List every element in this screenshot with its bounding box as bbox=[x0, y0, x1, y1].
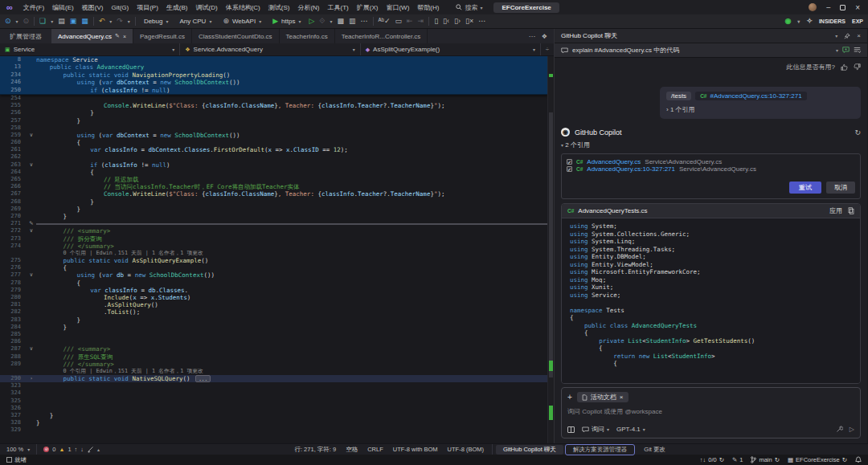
model-dropdown[interactable]: GPT-4.1▾ bbox=[616, 426, 645, 433]
document-tab[interactable]: ClassStudentCountDto.cs bbox=[192, 29, 280, 43]
send-icon[interactable]: ▷ bbox=[850, 426, 854, 433]
tools-icon[interactable] bbox=[836, 426, 843, 433]
indent-increase-icon[interactable]: ⇥ bbox=[418, 18, 424, 25]
document-tab[interactable]: TeacherInfoR...Controller.cs bbox=[335, 29, 428, 43]
code-line[interactable]: 328} bbox=[0, 419, 547, 426]
comment-icon[interactable]: ▭ bbox=[395, 18, 403, 25]
tab-options-icon[interactable]: ❖ bbox=[542, 33, 547, 40]
minimize-button[interactable]: – bbox=[826, 3, 830, 11]
copilot-dropdown-icon[interactable]: ▾ bbox=[797, 18, 800, 24]
sticky-scroll[interactable]: 8namespace Service13public class Advance… bbox=[0, 56, 547, 95]
reference-row[interactable]: ✓C#AdvancedQuery.csService\AdvancedQuery… bbox=[567, 158, 855, 165]
active-document-chip[interactable]: 活动文档 × bbox=[577, 392, 628, 402]
prompt-history-dropdown[interactable]: explain #AdvancedQuery.cs 中的代码 ▾ bbox=[555, 43, 867, 58]
editor-scrollbar[interactable] bbox=[547, 56, 554, 443]
bookmark-prev-icon[interactable]: ▯‹ bbox=[443, 18, 449, 25]
git-branch[interactable]: main↻ bbox=[751, 456, 780, 463]
reference-checkbox[interactable]: ✓ bbox=[567, 159, 572, 165]
code-line[interactable]: 257} bbox=[0, 117, 547, 124]
fold-toggle-icon[interactable]: ∨ bbox=[27, 227, 36, 235]
live-share-icon[interactable]: ✧ bbox=[806, 18, 813, 25]
code-line[interactable]: 265// 延迟加载 bbox=[0, 176, 547, 183]
code-line[interactable]: 281.AsSplitQuery() bbox=[0, 301, 547, 308]
pin-icon[interactable] bbox=[844, 33, 850, 39]
code-line[interactable]: 258 bbox=[0, 124, 547, 132]
code-line[interactable]: 266// 当访问classInfo.Teacher时，EF Core将自动加载… bbox=[0, 183, 547, 190]
code-line[interactable]: 256} bbox=[0, 109, 547, 116]
save-icon[interactable]: ▣ bbox=[70, 18, 77, 25]
bookmark-overflow-icon[interactable]: ⋯ bbox=[478, 18, 485, 25]
member-dropdown[interactable]: ◆ AsSplitQueryExample()▾ bbox=[361, 43, 541, 55]
spell-check-icon[interactable]: ᴬᵇ✓ bbox=[379, 18, 391, 25]
tab-extension-manager[interactable]: 扩展管理器 bbox=[0, 29, 51, 43]
code-line[interactable]: 259∨using (var dbContext = new SchoolDbC… bbox=[0, 132, 547, 139]
bookmark-next-icon[interactable]: ▯› bbox=[454, 18, 461, 25]
undo-icon[interactable]: ↶ bbox=[99, 18, 105, 25]
restore-button[interactable] bbox=[840, 5, 845, 10]
copilot-status-icon[interactable]: ◉ bbox=[785, 18, 792, 25]
startup-project-dropdown[interactable]: ⊛WebAPI▾ bbox=[219, 17, 264, 26]
start-debug-button[interactable]: ▶https▾ bbox=[269, 17, 304, 26]
menu-item[interactable]: 分析(N) bbox=[293, 2, 323, 13]
document-tab[interactable]: PagedResult.cs bbox=[133, 29, 192, 43]
code-line[interactable]: 287∨/// <summary> bbox=[0, 345, 547, 353]
code-line[interactable]: 250if (classInfo != null) bbox=[0, 87, 547, 94]
code-line[interactable]: 273/// 拆分查询 bbox=[0, 235, 547, 243]
prev-issue-icon[interactable]: ↑ bbox=[75, 446, 78, 453]
platform-dropdown[interactable]: Any CPU▾ bbox=[176, 17, 215, 26]
code-line[interactable]: 288/// 原生SQL查询 bbox=[0, 353, 547, 361]
code-line[interactable]: 261var classInfo = dbContext.Classes.Fir… bbox=[0, 146, 547, 153]
code-line[interactable]: 325 bbox=[0, 398, 547, 405]
undo-dropdown-icon[interactable]: ▾ bbox=[109, 18, 112, 24]
back-dropdown-icon[interactable]: ▾ bbox=[16, 18, 18, 24]
code-line[interactable]: 234public static void NavigationProperty… bbox=[0, 71, 547, 79]
code-line[interactable]: 272∨/// <summary> bbox=[0, 227, 547, 235]
codelens-row[interactable]: 0 个引用 | Edwin，151 天前 | 1 名作者，1 项更改 bbox=[0, 368, 547, 375]
open-file-icon[interactable]: ▤ bbox=[58, 18, 65, 25]
menu-item[interactable]: Git(G) bbox=[107, 2, 133, 13]
menu-item[interactable]: 视图(V) bbox=[78, 2, 108, 13]
menu-item[interactable]: 扩展(X) bbox=[353, 2, 383, 13]
code-line[interactable]: 255Console.WriteLine($"Class: {classInfo… bbox=[0, 102, 547, 109]
project-dropdown[interactable]: ▣ Service▾ bbox=[0, 43, 180, 55]
tab-pin-icon[interactable]: ✎ bbox=[115, 33, 120, 39]
reference-checkbox[interactable]: ✓ bbox=[567, 166, 572, 172]
encoding-alt[interactable]: UTF-8 (BOM) bbox=[448, 446, 484, 454]
copy-icon[interactable] bbox=[848, 207, 854, 214]
close-panel-icon[interactable]: × bbox=[857, 32, 861, 39]
menu-item[interactable]: 测试(S) bbox=[264, 2, 294, 13]
redo-dropdown-icon[interactable]: ▾ bbox=[128, 18, 130, 24]
user-references-toggle[interactable]: › 1 个引用 bbox=[666, 105, 854, 114]
menu-item[interactable]: 体系结构(C) bbox=[222, 2, 264, 13]
reference-link[interactable]: AdvancedQuery.cs:10-327:271 bbox=[587, 165, 675, 173]
configuration-dropdown[interactable]: Debug▾ bbox=[141, 17, 172, 26]
code-line[interactable]: 262 bbox=[0, 153, 547, 161]
thumbs-up-icon[interactable] bbox=[841, 63, 848, 71]
navigate-forward-icon[interactable]: ⊙ bbox=[23, 18, 30, 25]
history-list-icon[interactable] bbox=[854, 47, 861, 54]
navigate-back-icon[interactable]: ⊙ bbox=[5, 18, 11, 25]
code-line[interactable]: 254 bbox=[0, 95, 547, 102]
menu-item[interactable]: 窗口(W) bbox=[382, 2, 413, 13]
code-line[interactable]: 13public class AdvancedQuery bbox=[0, 63, 547, 71]
code-block-body[interactable]: using System;using System.Collections.Ge… bbox=[562, 218, 860, 383]
code-line[interactable]: 275public static void AsSplitQueryExampl… bbox=[0, 257, 547, 264]
solution-name-chip[interactable]: EFCoreExercise bbox=[493, 2, 559, 13]
code-line[interactable]: 260{ bbox=[0, 139, 547, 146]
apply-button[interactable]: 应用 bbox=[829, 206, 842, 215]
bookmark-clear-icon[interactable]: ▯× bbox=[465, 18, 473, 25]
scrollbar-thumb[interactable] bbox=[549, 112, 553, 377]
regenerate-icon[interactable]: ↻ bbox=[854, 128, 861, 137]
code-line[interactable]: 274/// </summary> bbox=[0, 243, 547, 250]
code-line[interactable]: 327} bbox=[0, 412, 547, 419]
code-cleanup-icon[interactable] bbox=[87, 446, 94, 453]
new-project-icon[interactable]: ❏ bbox=[39, 18, 46, 25]
code-line[interactable]: 270} bbox=[0, 213, 547, 220]
retry-button[interactable]: 重试 bbox=[789, 182, 821, 194]
code-line[interactable]: 323 bbox=[0, 382, 547, 390]
search-box[interactable]: 搜索 ▾ bbox=[456, 3, 482, 12]
code-line[interactable]: 276{ bbox=[0, 264, 547, 271]
menu-item[interactable]: 文件(F) bbox=[19, 2, 48, 13]
menu-item[interactable]: 编辑(E) bbox=[48, 2, 78, 13]
panel-tab[interactable]: Git 更改 bbox=[637, 445, 673, 455]
